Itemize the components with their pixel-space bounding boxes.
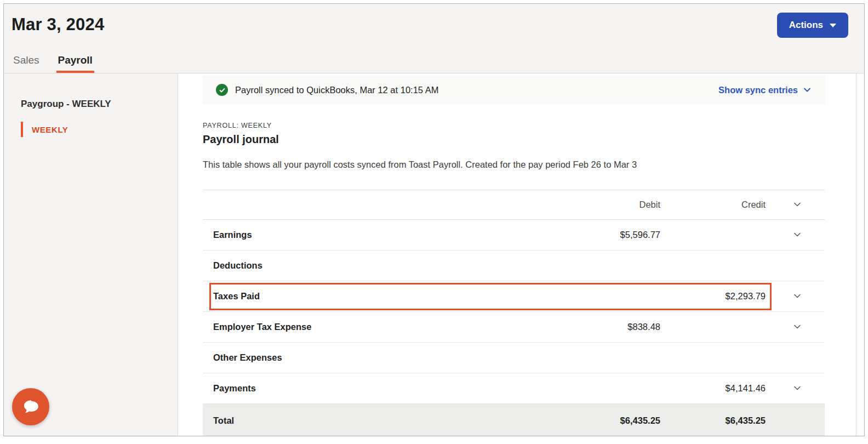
expand-row-chevron-button[interactable] — [791, 229, 804, 240]
expand-row-chevron-button[interactable] — [791, 321, 804, 332]
credit-column-header: Credit — [665, 200, 770, 210]
journal-row-taxes-paid: Taxes Paid $2,293.79 — [203, 281, 825, 312]
actions-button-label: Actions — [789, 20, 823, 31]
scrollbar[interactable] — [856, 73, 864, 436]
active-indicator-bar — [21, 122, 23, 137]
sidebar-item-weekly[interactable]: WEEKLY — [21, 122, 178, 137]
payroll-journal-table: Debit Credit Earnings $5,596.77 — [203, 190, 825, 436]
show-sync-entries-label: Show sync entries — [718, 85, 798, 95]
debit-column-header: Debit — [555, 200, 665, 210]
expand-all-chevron-button[interactable] — [791, 199, 804, 210]
chevron-down-icon — [793, 292, 802, 300]
journal-row-other-expenses: Other Expenses — [203, 343, 825, 373]
chevron-down-icon — [793, 322, 802, 331]
chevron-down-icon — [803, 86, 812, 94]
table-header-row: Debit Credit — [203, 190, 825, 220]
page-title: Mar 3, 2024 — [12, 15, 104, 35]
chat-bubble-icon — [21, 397, 41, 417]
tab-payroll[interactable]: Payroll — [56, 54, 94, 73]
tab-bar: Sales Payroll — [12, 54, 94, 73]
chevron-down-icon — [793, 384, 802, 392]
paygroup-label: Paygroup - WEEKLY — [21, 99, 178, 110]
sidebar: Paygroup - WEEKLY WEEKLY — [4, 73, 178, 436]
journal-heading: Payroll journal — [203, 133, 825, 146]
chat-widget-button[interactable] — [12, 388, 49, 425]
sync-banner: Payroll synced to QuickBooks, Mar 12 at … — [203, 76, 825, 104]
chevron-down-icon — [793, 230, 802, 239]
sync-status-text: Payroll synced to QuickBooks, Mar 12 at … — [235, 85, 718, 95]
actions-button[interactable]: Actions — [777, 13, 848, 38]
expand-row-chevron-button[interactable] — [791, 291, 804, 301]
sidebar-item-label: WEEKLY — [32, 125, 68, 134]
success-check-icon — [216, 84, 228, 96]
page-header: Mar 3, 2024 Actions Sales Payroll — [4, 4, 864, 73]
tab-sales-label: Sales — [13, 54, 39, 66]
journal-description: This table shows all your payroll costs … — [203, 160, 825, 170]
journal-row-deductions: Deductions — [203, 251, 825, 281]
journal-row-total: Total $6,435.25 $6,435.25 — [203, 404, 825, 436]
expand-row-chevron-button[interactable] — [791, 383, 804, 394]
caret-down-icon — [830, 24, 836, 27]
tab-sales[interactable]: Sales — [12, 54, 41, 73]
chevron-down-icon — [793, 200, 802, 209]
journal-row-payments: Payments $4,141.46 — [203, 373, 825, 404]
journal-row-earnings: Earnings $5,596.77 — [203, 220, 825, 251]
main-content: Payroll synced to QuickBooks, Mar 12 at … — [178, 73, 864, 436]
show-sync-entries-link[interactable]: Show sync entries — [718, 85, 812, 95]
app-window: Mar 3, 2024 Actions Sales Payroll Paygro… — [3, 3, 865, 436]
section-eyebrow: PAYROLL: WEEKLY — [203, 122, 825, 129]
tab-payroll-label: Payroll — [58, 54, 93, 66]
journal-row-employer-tax-expense: Employer Tax Expense $838.48 — [203, 312, 825, 343]
